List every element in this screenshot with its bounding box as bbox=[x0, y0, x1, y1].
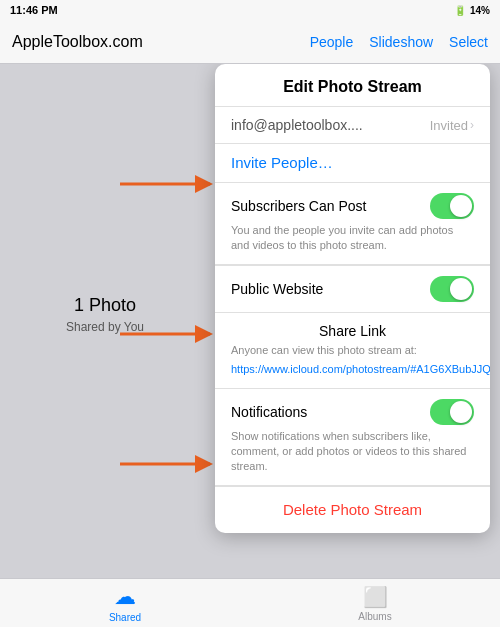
status-time: 11:46 PM bbox=[10, 4, 58, 16]
select-button[interactable]: Select bbox=[449, 34, 488, 50]
chevron-right-icon: › bbox=[470, 118, 474, 132]
status-bar: 11:46 PM 🔋 14% bbox=[0, 0, 500, 20]
email-invited-row[interactable]: info@appletoolbox.... Invited › bbox=[215, 107, 490, 144]
edit-photo-stream-popover: Edit Photo Stream info@appletoolbox.... … bbox=[215, 64, 490, 533]
public-website-toggle-row: Public Website bbox=[215, 266, 490, 312]
people-button[interactable]: People bbox=[310, 34, 354, 50]
invite-email: info@appletoolbox.... bbox=[231, 117, 363, 133]
nav-actions: People Slideshow Select bbox=[310, 34, 488, 50]
popover-title: Edit Photo Stream bbox=[231, 78, 474, 96]
arrow-invite bbox=[120, 172, 220, 196]
albums-tab-label: Albums bbox=[358, 611, 391, 622]
nav-title: AppleToolbox.com bbox=[12, 33, 143, 51]
albums-icon: ⬜ bbox=[363, 585, 388, 609]
popover-header: Edit Photo Stream bbox=[215, 64, 490, 107]
public-website-toggle[interactable] bbox=[430, 276, 474, 302]
notifications-section: Notifications Show notifications when su… bbox=[215, 389, 490, 487]
invite-people-link[interactable]: Invite People… bbox=[231, 154, 333, 171]
notifications-label: Notifications bbox=[231, 404, 307, 420]
public-website-section: Public Website bbox=[215, 266, 490, 313]
photo-info: 1 Photo Shared by You bbox=[0, 64, 210, 564]
invite-people-row[interactable]: Invite People… bbox=[215, 144, 490, 183]
subscribers-toggle[interactable] bbox=[430, 193, 474, 219]
share-link-url[interactable]: https://www.icloud.com/photostream/#A1G6… bbox=[231, 362, 474, 377]
share-link-description: Anyone can view this photo stream at: bbox=[231, 343, 474, 358]
delete-row: Delete Photo Stream bbox=[215, 487, 490, 533]
tab-bar: ☁ Shared ⬜ Albums bbox=[0, 578, 500, 627]
main-content: 1 Photo Shared by You bbox=[0, 64, 500, 564]
invite-status: Invited › bbox=[430, 118, 474, 133]
battery-icon: 🔋 bbox=[454, 5, 466, 16]
tab-albums[interactable]: ⬜ Albums bbox=[250, 585, 500, 622]
subscribers-section: Subscribers Can Post You and the people … bbox=[215, 183, 490, 266]
shared-icon: ☁ bbox=[114, 584, 136, 610]
share-link-section: Share Link Anyone can view this photo st… bbox=[215, 313, 490, 389]
arrow-notifications bbox=[120, 452, 220, 476]
share-link-title: Share Link bbox=[231, 323, 474, 339]
subscribers-description: You and the people you invite can add ph… bbox=[215, 223, 490, 265]
shared-tab-label: Shared bbox=[109, 612, 141, 623]
tab-shared[interactable]: ☁ Shared bbox=[0, 584, 250, 623]
status-indicators: 🔋 14% bbox=[454, 5, 490, 16]
public-website-label: Public Website bbox=[231, 281, 323, 297]
photo-count: 1 Photo bbox=[74, 295, 136, 316]
subscribers-toggle-row: Subscribers Can Post bbox=[215, 183, 490, 223]
notifications-toggle[interactable] bbox=[430, 399, 474, 425]
delete-photo-stream-button[interactable]: Delete Photo Stream bbox=[231, 501, 474, 518]
notifications-description: Show notifications when subscribers like… bbox=[215, 429, 490, 486]
notifications-toggle-row: Notifications bbox=[215, 389, 490, 429]
subscribers-label: Subscribers Can Post bbox=[231, 198, 366, 214]
arrow-public-website bbox=[120, 322, 220, 346]
slideshow-button[interactable]: Slideshow bbox=[369, 34, 433, 50]
nav-bar: AppleToolbox.com People Slideshow Select bbox=[0, 20, 500, 64]
